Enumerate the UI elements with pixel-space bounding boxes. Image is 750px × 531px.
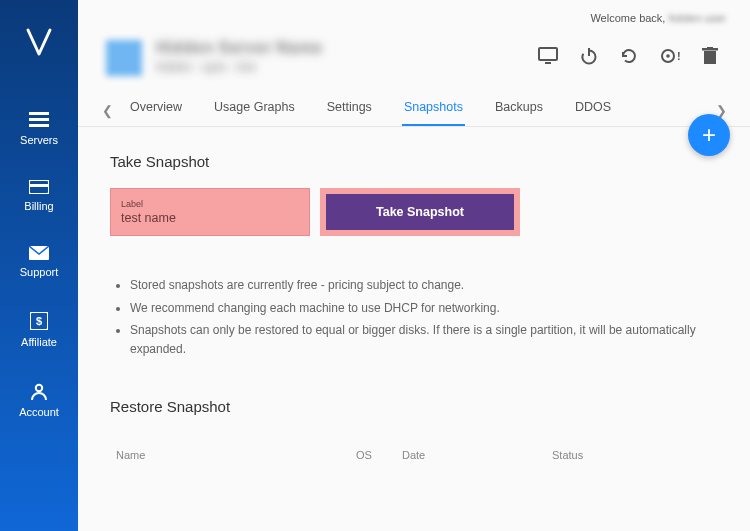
sidebar-item-support[interactable]: Support <box>0 232 78 298</box>
tab-settings[interactable]: Settings <box>325 94 374 126</box>
take-snapshot-title: Take Snapshot <box>110 153 718 170</box>
tab-overview[interactable]: Overview <box>128 94 184 126</box>
tabs-row: ❮ Overview Usage Graphs Settings Snapsho… <box>78 76 750 127</box>
svg-text:!: ! <box>677 50 680 62</box>
svg-rect-12 <box>588 48 590 56</box>
svg-rect-9 <box>539 48 557 60</box>
person-icon <box>30 382 48 400</box>
svg-point-14 <box>666 54 670 58</box>
snapshot-label-field[interactable]: Label <box>110 188 310 236</box>
server-avatar <box>106 40 142 76</box>
main-area: Welcome back, hidden user Hidden Server … <box>78 0 750 531</box>
console-icon[interactable] <box>538 47 558 65</box>
note-item: We recommend changing each machine to us… <box>130 299 718 318</box>
tab-backups[interactable]: Backups <box>493 94 545 126</box>
sidebar-item-account[interactable]: Account <box>0 368 78 438</box>
power-icon[interactable] <box>580 47 598 65</box>
sidebar-item-billing[interactable]: Billing <box>0 166 78 232</box>
welcome-prefix: Welcome back, <box>590 12 665 24</box>
tabs: Overview Usage Graphs Settings Snapshots… <box>118 94 710 126</box>
sidebar-item-servers[interactable]: Servers <box>0 98 78 166</box>
col-os: OS <box>356 449 402 461</box>
snapshot-form: Label Take Snapshot <box>110 188 718 236</box>
mail-icon <box>29 246 49 260</box>
svg-rect-18 <box>707 47 713 49</box>
add-fab[interactable]: + <box>688 114 730 156</box>
snapshot-notes: Stored snapshots are currently free - pr… <box>130 276 718 358</box>
sidebar-item-label: Account <box>19 406 59 418</box>
svg-text:$: $ <box>36 315 42 327</box>
snapshot-label-caption: Label <box>121 199 299 209</box>
sidebar: Servers Billing Support $ Affiliate Acco… <box>0 0 78 531</box>
svg-rect-10 <box>545 62 551 64</box>
disc-alert-icon[interactable]: ! <box>660 47 680 65</box>
tab-ddos[interactable]: DDOS <box>573 94 613 126</box>
topbar: Welcome back, hidden user <box>78 0 750 28</box>
svg-rect-4 <box>29 184 49 187</box>
svg-rect-1 <box>29 118 49 121</box>
trash-icon[interactable] <box>702 47 718 65</box>
dollar-icon: $ <box>30 312 48 330</box>
plus-icon: + <box>702 121 716 149</box>
sidebar-item-label: Affiliate <box>21 336 57 348</box>
welcome-username: hidden user <box>669 12 727 24</box>
snapshot-label-input[interactable] <box>121 211 299 225</box>
sidebar-item-label: Billing <box>24 200 53 212</box>
restore-table-header: Name OS Date Status <box>110 433 718 469</box>
server-header: Hidden Server Name hidden · spec · line … <box>78 28 750 76</box>
sidebar-item-affiliate[interactable]: $ Affiliate <box>0 298 78 368</box>
content: Take Snapshot Label Take Snapshot Stored… <box>78 127 750 531</box>
take-snapshot-button[interactable]: Take Snapshot <box>320 188 520 236</box>
note-item: Stored snapshots are currently free - pr… <box>130 276 718 295</box>
tabs-prev-icon[interactable]: ❮ <box>96 103 118 118</box>
svg-rect-2 <box>29 124 49 127</box>
sidebar-item-label: Servers <box>20 134 58 146</box>
server-title: Hidden Server Name <box>156 38 322 58</box>
note-item: Snapshots can only be restored to equal … <box>130 321 718 358</box>
svg-point-8 <box>36 385 42 391</box>
tab-snapshots[interactable]: Snapshots <box>402 94 465 126</box>
col-status: Status <box>552 449 712 461</box>
list-icon <box>29 112 49 128</box>
col-name: Name <box>116 449 356 461</box>
take-snapshot-button-label: Take Snapshot <box>376 205 464 219</box>
svg-rect-0 <box>29 112 49 115</box>
server-title-block: Hidden Server Name hidden · spec · line <box>156 38 322 74</box>
refresh-icon[interactable] <box>620 47 638 65</box>
brand-logo <box>26 28 52 58</box>
col-date: Date <box>402 449 552 461</box>
restore-snapshot-title: Restore Snapshot <box>110 398 718 415</box>
server-subtitle: hidden · spec · line <box>156 60 322 74</box>
card-icon <box>29 180 49 194</box>
sidebar-item-label: Support <box>20 266 59 278</box>
svg-rect-16 <box>704 51 716 64</box>
tab-usage-graphs[interactable]: Usage Graphs <box>212 94 297 126</box>
header-actions: ! <box>538 47 722 65</box>
